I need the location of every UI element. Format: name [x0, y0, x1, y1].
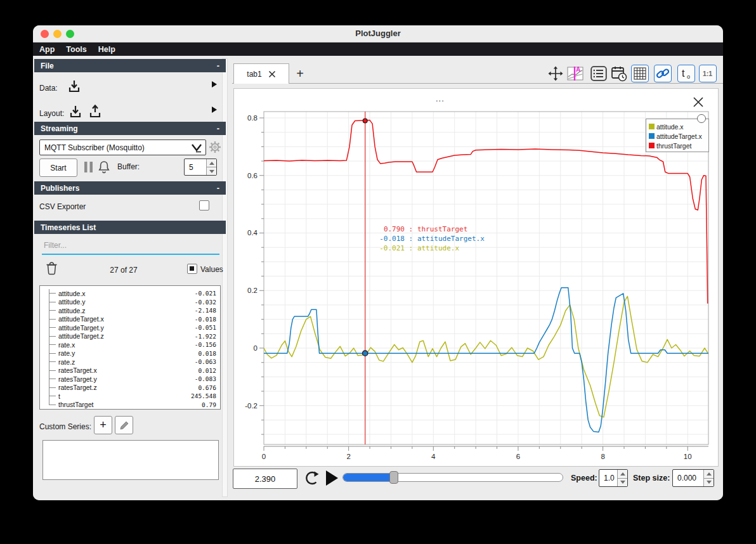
time-display[interactable]: 2.390 — [233, 469, 297, 489]
loop-button[interactable] — [303, 470, 320, 489]
legend-swatch — [649, 124, 655, 129]
timeseries-item[interactable]: attitudeTarget.x-0.018 — [40, 315, 220, 324]
layout-label: Layout: — [39, 109, 64, 118]
timeseries-name: ratesTarget.y — [58, 375, 195, 383]
notification-bell-icon[interactable] — [97, 160, 111, 176]
timeseries-value: -2.148 — [195, 307, 220, 314]
section-header-timeseries[interactable]: Timeseries List — [34, 221, 226, 234]
section-header-file[interactable]: File - — [34, 59, 226, 72]
spin-down-button[interactable] — [704, 479, 714, 487]
spin-down-button[interactable] — [207, 167, 216, 175]
tab-tab1[interactable]: tab1 — [233, 63, 289, 84]
timeseries-value: -0.063 — [195, 358, 220, 365]
legend-entry[interactable]: attitude.x — [649, 122, 705, 131]
timeseries-name: attitude.y — [58, 298, 195, 306]
link-icon — [656, 67, 670, 81]
svg-text:t: t — [682, 68, 685, 79]
values-checkbox[interactable] — [187, 264, 197, 274]
move-arrows-icon — [548, 66, 563, 81]
spin-up-button[interactable] — [704, 470, 714, 479]
grid-layout-button[interactable] — [631, 65, 649, 82]
menu-tools[interactable]: Tools — [66, 45, 86, 54]
legend-toggle-circle[interactable] — [697, 114, 706, 123]
timeseries-value: -0.083 — [195, 375, 220, 382]
timeseries-value: -0.032 — [195, 299, 220, 306]
filter-underline — [42, 254, 219, 255]
svg-text:0.6: 0.6 — [247, 172, 257, 179]
legend-swatch — [649, 143, 655, 148]
trash-icon[interactable] — [46, 261, 58, 278]
timeseries-item[interactable]: attitude.x-0.021 — [40, 289, 220, 298]
streaming-settings-gear-icon[interactable] — [209, 141, 221, 156]
timeseries-item[interactable]: rate.z-0.063 — [40, 358, 220, 366]
expand-arrow-icon[interactable] — [211, 80, 218, 87]
menu-help[interactable]: Help — [98, 45, 115, 54]
close-plot-icon[interactable] — [693, 96, 704, 108]
plot-title[interactable]: ... — [436, 94, 445, 103]
list-view-button[interactable] — [590, 65, 608, 82]
play-button[interactable] — [325, 470, 339, 489]
streaming-source-select[interactable]: MQTT Subscriber (Mosquitto) — [39, 139, 206, 155]
relative-time-button[interactable]: t o — [677, 65, 695, 82]
collapse-icon[interactable]: - — [217, 183, 219, 193]
main-panel: tab1 + — [232, 56, 723, 500]
timeseries-item[interactable]: attitude.z-2.148 — [40, 306, 220, 315]
timeseries-item[interactable]: attitudeTarget.y-0.051 — [40, 323, 220, 332]
spin-up-button[interactable] — [207, 159, 216, 167]
step-size-spinbox[interactable]: 0.000 — [672, 469, 714, 487]
filter-input[interactable]: Filter... — [44, 241, 67, 250]
timeseries-item[interactable]: t245.548 — [40, 392, 220, 401]
timeseries-item[interactable]: ratesTarget.z0.676 — [40, 384, 220, 392]
data-load-icon[interactable] — [67, 79, 82, 96]
datetime-button[interactable] — [610, 65, 628, 82]
section-header-publishers[interactable]: Publishers - — [34, 181, 226, 195]
collapse-icon[interactable]: - — [217, 124, 219, 133]
timeseries-item[interactable]: ratesTarget.y-0.083 — [40, 375, 220, 384]
timeseries-item[interactable]: rate.y0.018 — [40, 349, 220, 358]
add-tab-button[interactable]: + — [293, 66, 307, 81]
layout-save-icon[interactable] — [88, 104, 103, 122]
menu-app[interactable]: App — [39, 45, 55, 54]
close-tab-icon[interactable] — [268, 70, 276, 78]
timeseries-item[interactable]: attitude.y-0.032 — [40, 298, 220, 307]
collapse-icon[interactable]: - — [217, 61, 219, 70]
timeseries-item[interactable]: attitudeTarget.z-1.922 — [40, 332, 220, 341]
filter-count-label: 27 of 27 — [95, 266, 152, 275]
start-button[interactable]: Start — [39, 159, 77, 177]
timeseries-item[interactable]: ratesTarget.x0.012 — [40, 366, 220, 375]
grid-icon — [634, 67, 646, 80]
edit-custom-series-button[interactable] — [115, 416, 133, 434]
layout-load-icon[interactable] — [68, 104, 83, 122]
pan-zoom-button[interactable] — [547, 65, 564, 82]
tracker-tooltip: 0.790 : thrustTarget-0.018 : attitudeTar… — [378, 224, 485, 253]
buffer-spinbox[interactable]: 5 — [184, 159, 217, 176]
timeseries-value: 0.79 — [202, 401, 220, 408]
calendar-clock-icon — [611, 65, 627, 82]
expand-arrow-icon[interactable] — [211, 105, 218, 113]
plus-icon: + — [296, 67, 304, 81]
link-axes-button[interactable] — [654, 65, 672, 82]
csv-exporter-checkbox[interactable] — [199, 200, 209, 210]
timeseries-value: -0.051 — [195, 324, 220, 331]
svg-text:0.2: 0.2 — [247, 287, 257, 294]
t0-icon: t o — [679, 67, 693, 81]
legend-entry[interactable]: attitudeTarget.x — [649, 131, 705, 141]
tracker-button[interactable]: A — [566, 65, 584, 82]
time-slider[interactable] — [342, 471, 563, 484]
svg-text:8: 8 — [601, 453, 604, 460]
section-header-streaming[interactable]: Streaming - — [34, 122, 226, 135]
custom-series-list[interactable] — [42, 440, 219, 480]
spin-up-button[interactable] — [618, 470, 627, 479]
legend-swatch — [649, 133, 655, 139]
speed-spinbox[interactable]: 1.0 — [599, 469, 628, 487]
spin-down-button[interactable] — [618, 479, 627, 487]
legend-entry[interactable]: thrustTarget — [649, 141, 705, 150]
svg-text:2: 2 — [346, 453, 350, 460]
add-custom-series-button[interactable]: + — [94, 416, 112, 434]
ratio-1-1-button[interactable]: 1:1 — [699, 65, 717, 82]
timeseries-item[interactable]: thrustTarget0.79 — [40, 401, 220, 410]
svg-text:0.8: 0.8 — [247, 114, 257, 122]
slider-knob[interactable] — [389, 471, 398, 484]
pause-icon[interactable] — [84, 162, 94, 175]
timeseries-item[interactable]: rate.x-0.156 — [40, 340, 220, 349]
